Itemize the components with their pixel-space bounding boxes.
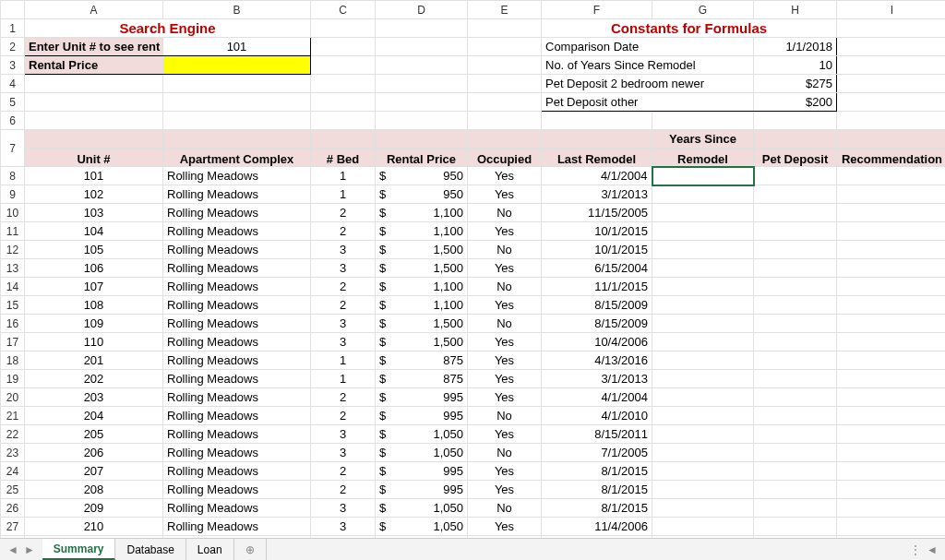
recommendation-cell[interactable] [837, 333, 946, 351]
complex-cell[interactable]: Rolling Meadows [163, 259, 311, 278]
price-cell[interactable]: $1,050 [376, 425, 468, 444]
complex-cell[interactable]: Rolling Meadows [163, 425, 311, 444]
cell[interactable] [837, 112, 946, 130]
recommendation-cell[interactable] [837, 315, 946, 333]
add-sheet-button[interactable]: ⊕ [234, 539, 267, 560]
last-remodel-cell[interactable]: 6/15/2004 [542, 259, 652, 278]
pet-deposit-cell[interactable] [754, 462, 837, 481]
cell[interactable] [468, 38, 542, 56]
row-11[interactable]: 11 [1, 222, 25, 241]
recommendation-cell[interactable] [837, 204, 946, 222]
row-9[interactable]: 9 [1, 185, 25, 204]
recommendation-cell[interactable] [837, 425, 946, 444]
bed-cell[interactable]: 2 [311, 462, 376, 481]
row-8[interactable]: 8 [1, 167, 25, 185]
complex-cell[interactable]: Rolling Meadows [163, 296, 311, 315]
cell[interactable] [468, 56, 542, 75]
col-I[interactable]: I [837, 1, 946, 19]
row-25[interactable]: 25 [1, 481, 25, 499]
cell[interactable] [311, 112, 376, 130]
bed-cell[interactable]: 3 [311, 241, 376, 259]
unit-cell[interactable]: 110 [25, 333, 163, 351]
constant-value-2[interactable]: $275 [754, 75, 837, 93]
recommendation-cell[interactable] [837, 462, 946, 481]
bed-cell[interactable]: 3 [311, 333, 376, 351]
years-since-cell[interactable] [652, 185, 754, 204]
complex-cell[interactable]: Rolling Meadows [163, 388, 311, 407]
bed-cell[interactable]: 2 [311, 278, 376, 296]
occupied-cell[interactable]: Yes [468, 296, 542, 315]
occupied-cell[interactable]: Yes [468, 333, 542, 351]
bed-cell[interactable]: 2 [311, 481, 376, 499]
row-10[interactable]: 10 [1, 204, 25, 222]
sheet-tab-summary[interactable]: Summary [42, 539, 116, 560]
occupied-cell[interactable]: Yes [468, 185, 542, 204]
complex-cell[interactable]: Rolling Meadows [163, 315, 311, 333]
row-2[interactable]: 2 [1, 38, 25, 56]
price-cell[interactable]: $1,050 [376, 499, 468, 518]
select-all-corner[interactable] [1, 1, 25, 19]
last-remodel-cell[interactable]: 10/1/2015 [542, 241, 652, 259]
pet-deposit-cell[interactable] [754, 222, 837, 241]
col-D[interactable]: D [376, 1, 468, 19]
cell[interactable] [311, 56, 376, 75]
years-since-cell[interactable] [652, 370, 754, 388]
pet-deposit-cell[interactable] [754, 185, 837, 204]
occupied-cell[interactable]: No [468, 315, 542, 333]
complex-cell[interactable]: Rolling Meadows [163, 278, 311, 296]
row-22[interactable]: 22 [1, 425, 25, 444]
unit-cell[interactable]: 207 [25, 462, 163, 481]
pet-deposit-cell[interactable] [754, 351, 837, 370]
cell[interactable] [311, 19, 376, 38]
recommendation-cell[interactable] [837, 444, 946, 462]
last-remodel-cell[interactable]: 11/4/2006 [542, 518, 652, 536]
row-20[interactable]: 20 [1, 388, 25, 407]
bed-cell[interactable]: 2 [311, 222, 376, 241]
price-cell[interactable]: $1,500 [376, 241, 468, 259]
price-cell[interactable]: $875 [376, 351, 468, 370]
complex-cell[interactable]: Rolling Meadows [163, 370, 311, 388]
pet-deposit-cell[interactable] [754, 204, 837, 222]
cell[interactable] [376, 38, 468, 56]
years-since-cell[interactable] [652, 499, 754, 518]
unit-cell[interactable]: 104 [25, 222, 163, 241]
pet-deposit-cell[interactable] [754, 167, 837, 185]
col-A[interactable]: A [25, 1, 163, 19]
cell[interactable] [311, 93, 376, 112]
price-cell[interactable]: $1,500 [376, 315, 468, 333]
recommendation-cell[interactable] [837, 241, 946, 259]
pet-deposit-cell[interactable] [754, 296, 837, 315]
row-19[interactable]: 19 [1, 370, 25, 388]
enter-unit-value[interactable]: 101 [163, 38, 311, 56]
last-remodel-cell[interactable]: 4/1/2004 [542, 167, 652, 185]
pet-deposit-cell[interactable] [754, 499, 837, 518]
recommendation-cell[interactable] [837, 296, 946, 315]
price-cell[interactable]: $1,500 [376, 333, 468, 351]
price-cell[interactable]: $1,100 [376, 278, 468, 296]
unit-cell[interactable]: 201 [25, 351, 163, 370]
occupied-cell[interactable]: Yes [468, 167, 542, 185]
row-16[interactable]: 16 [1, 315, 25, 333]
complex-cell[interactable]: Rolling Meadows [163, 204, 311, 222]
bed-cell[interactable]: 3 [311, 444, 376, 462]
bed-cell[interactable]: 1 [311, 185, 376, 204]
cell[interactable] [468, 93, 542, 112]
price-cell[interactable]: $995 [376, 407, 468, 425]
last-remodel-cell[interactable]: 3/1/2013 [542, 185, 652, 204]
cell[interactable] [652, 112, 754, 130]
occupied-cell[interactable]: No [468, 499, 542, 518]
row-15[interactable]: 15 [1, 296, 25, 315]
price-cell[interactable]: $995 [376, 481, 468, 499]
constant-value-0[interactable]: 1/1/2018 [754, 38, 837, 56]
occupied-cell[interactable]: Yes [468, 370, 542, 388]
price-cell[interactable]: $1,100 [376, 204, 468, 222]
years-since-cell[interactable] [652, 222, 754, 241]
unit-cell[interactable]: 202 [25, 370, 163, 388]
recommendation-cell[interactable] [837, 499, 946, 518]
years-since-cell[interactable] [652, 462, 754, 481]
pet-deposit-cell[interactable] [754, 278, 837, 296]
cell[interactable] [163, 75, 311, 93]
complex-cell[interactable]: Rolling Meadows [163, 518, 311, 536]
price-cell[interactable]: $1,050 [376, 518, 468, 536]
last-remodel-cell[interactable]: 8/15/2009 [542, 296, 652, 315]
